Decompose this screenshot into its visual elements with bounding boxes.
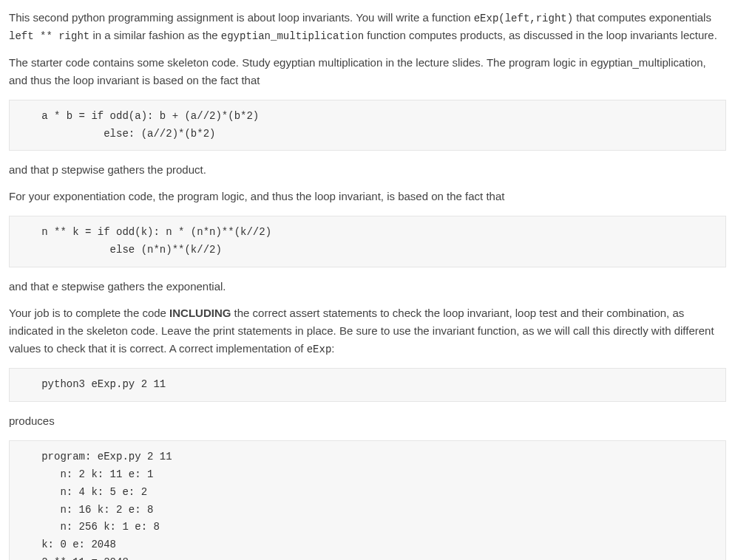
paragraph-product: and that p stepwise gathers the product. <box>9 161 726 179</box>
text-including: INCLUDING <box>169 307 231 319</box>
paragraph-job: Your job is to complete the code INCLUDI… <box>9 304 726 358</box>
code-inline-left-right: left ** right <box>9 30 89 42</box>
text: in a similar fashion as the <box>89 29 221 41</box>
text: that computes exponentials <box>573 11 711 24</box>
code-inline-eexp: eExp(left,right) <box>474 13 573 24</box>
paragraph-starter: The starter code contains some skeleton … <box>9 54 726 89</box>
text: function computes products, as discussed… <box>364 29 717 41</box>
code-block-mult-invariant: a * b = if odd(a): b + (a//2)*(b*2) else… <box>9 100 726 151</box>
text: Your job is to complete the code <box>9 307 169 319</box>
paragraph-produces: produces <box>9 412 726 430</box>
paragraph-exponential: and that e stepwise gathers the exponent… <box>9 278 726 296</box>
code-block-command: python3 eExp.py 2 11 <box>9 368 726 402</box>
paragraph-exp-logic: For your exponentiation code, the progra… <box>9 188 726 205</box>
paragraph-intro: This second python programming assignmen… <box>9 9 726 45</box>
text: : <box>331 342 334 355</box>
code-block-exp-invariant: n ** k = if odd(k): n * (n*n)**(k//2) el… <box>9 216 726 267</box>
code-inline-egyptian: egyptian_multiplication <box>221 30 364 42</box>
code-inline-eexp2: eExp <box>307 344 332 355</box>
text: This second python programming assignmen… <box>9 11 474 24</box>
code-block-output: program: eExp.py 2 11 n: 2 k: 11 e: 1 n:… <box>9 440 726 560</box>
